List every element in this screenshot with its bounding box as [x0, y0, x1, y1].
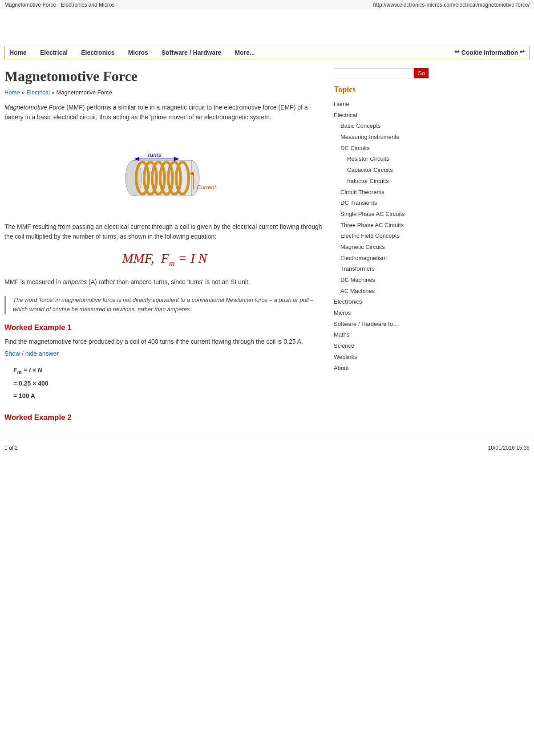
sidebar-item-ac-machines[interactable]: AC Machines	[340, 286, 414, 297]
content-area: Magnetomotive Force Home » Electrical » …	[4, 68, 325, 427]
sidebar-item-inductor-circuits[interactable]: Inductor Circuits	[347, 176, 414, 187]
breadcrumb-electrical[interactable]: Electrical	[26, 89, 50, 96]
sidebar-item-software--hardware-fo[interactable]: Software / Hardware fo...	[334, 319, 414, 330]
sidebar-item-science[interactable]: Science	[334, 341, 414, 352]
browser-url: http://www.electronics-micros.com/electr…	[373, 2, 530, 8]
sidebar-item-maths[interactable]: Maths	[334, 329, 414, 341]
answer-line-1: Fm = I × N	[13, 364, 325, 377]
sidebar-item-electric-field-concepts[interactable]: Electric Field Concepts	[340, 231, 414, 242]
sidebar-item-home[interactable]: Home	[334, 99, 414, 110]
sidebar-item-three-phase-ac-circuits[interactable]: Three Phase AC Circuits	[340, 220, 414, 231]
nav-home[interactable]: Home	[9, 49, 27, 56]
sidebar-item-magnetic-circuits[interactable]: Magnetic Circuits	[340, 242, 414, 253]
si-note: MMF is measured in amperes (A) rather th…	[4, 277, 325, 287]
amperes-term: amperes	[63, 278, 87, 285]
coil-svg: Turns Current	[102, 131, 227, 211]
topics-list: HomeElectricalBasic ConceptsMeasuring In…	[334, 99, 414, 374]
sidebar-item-dc-machines[interactable]: DC Machines	[340, 275, 414, 286]
sidebar-item-micros[interactable]: Micros	[334, 308, 414, 319]
nav-more[interactable]: More...	[235, 49, 255, 56]
sidebar-item-measuring-instruments[interactable]: Measuring Instruments	[340, 132, 414, 143]
breadcrumb: Home » Electrical » Magnetomotive Force	[4, 89, 325, 96]
cookie-info: ** Cookie Information **	[455, 49, 525, 56]
svg-text:Turns: Turns	[147, 151, 162, 158]
breadcrumb-current: Magnetomotive Force	[56, 89, 112, 96]
nav-micros[interactable]: Micros	[128, 49, 148, 56]
svg-text:Current: Current	[197, 184, 217, 191]
formula-description: The MMF resulting from passing an electr…	[4, 222, 325, 242]
sidebar-item-transformers[interactable]: Transformers	[340, 264, 414, 275]
footer-page-info: 1 of 2	[4, 445, 18, 451]
sidebar-item-electronics[interactable]: Electronics	[334, 297, 414, 308]
nav-electrical[interactable]: Electrical	[40, 49, 68, 56]
sidebar-item-capacitor-circuits[interactable]: Capacitor Circuits	[347, 165, 414, 176]
sidebar-item-single-phase-ac-circuits[interactable]: Single Phase AC Circuits	[340, 209, 414, 220]
footer: 1 of 2 10/01/2016 15:36	[0, 440, 534, 455]
nav-electronics[interactable]: Electronics	[81, 49, 114, 56]
worked-example-1-title: Worked Example 1	[4, 323, 325, 332]
nav-software[interactable]: Software / Hardware	[162, 49, 222, 56]
browser-bar: Magnetomotive Force - Electronics and Mi…	[0, 0, 534, 10]
browser-title: Magnetomotive Force - Electronics and Mi…	[4, 2, 114, 8]
breadcrumb-home[interactable]: Home	[4, 89, 20, 96]
coil-diagram: Turns Current	[4, 131, 325, 213]
info-blockquote: The word 'force' in magnetomotive force …	[4, 296, 325, 314]
main-layout: Magnetomotive Force Home » Electrical » …	[4, 68, 530, 427]
answer-line-2: = 0.25 × 400	[13, 377, 325, 390]
intro-paragraph: Magnetomotive Force (MMF) performs a sim…	[4, 102, 325, 122]
search-button[interactable]: Go	[414, 68, 429, 78]
sidebar-item-electrical[interactable]: Electrical	[334, 110, 414, 121]
sidebar-item-dc-transients[interactable]: DC Transients	[340, 198, 414, 209]
topics-heading: Topics	[334, 85, 414, 94]
answer-block: Fm = I × N = 0.25 × 400 = 100 A	[13, 364, 325, 402]
sidebar-item-circuit-theorems[interactable]: Circuit Theorems	[340, 187, 414, 198]
sidebar: Go Topics HomeElectricalBasic ConceptsMe…	[334, 68, 414, 427]
nav-bar: Home Electrical Electronics Micros Softw…	[4, 46, 530, 59]
answer-line-3: = 100 A	[13, 390, 325, 402]
sidebar-item-basic-concepts[interactable]: Basic Concepts	[340, 121, 414, 132]
search-input[interactable]	[334, 68, 414, 78]
footer-datetime: 10/01/2016 15:36	[488, 445, 530, 451]
worked-example-2-title: Worked Example 2	[4, 413, 325, 422]
sidebar-item-dc-circuits[interactable]: DC Circuits	[340, 143, 414, 154]
sidebar-item-electromagnetism[interactable]: Electromagnetism	[340, 253, 414, 264]
page-title: Magnetomotive Force	[4, 68, 325, 85]
show-hide-answer[interactable]: Show / hide answer	[4, 350, 325, 357]
sidebar-item-about[interactable]: About	[334, 363, 414, 374]
blockquote-text: The word 'force' in magnetomotive force …	[13, 297, 314, 313]
search-bar: Go	[334, 68, 414, 78]
sidebar-item-weblinks[interactable]: Weblinks	[334, 352, 414, 363]
example-1-problem: Find the magnetomotive force produced by…	[4, 337, 325, 346]
formula-display: MMF, Fm = I N	[4, 251, 325, 268]
mmf-term: Magnetomotive Force	[4, 104, 65, 111]
sidebar-item-resistor-circuits[interactable]: Resistor Circuits	[347, 154, 414, 165]
